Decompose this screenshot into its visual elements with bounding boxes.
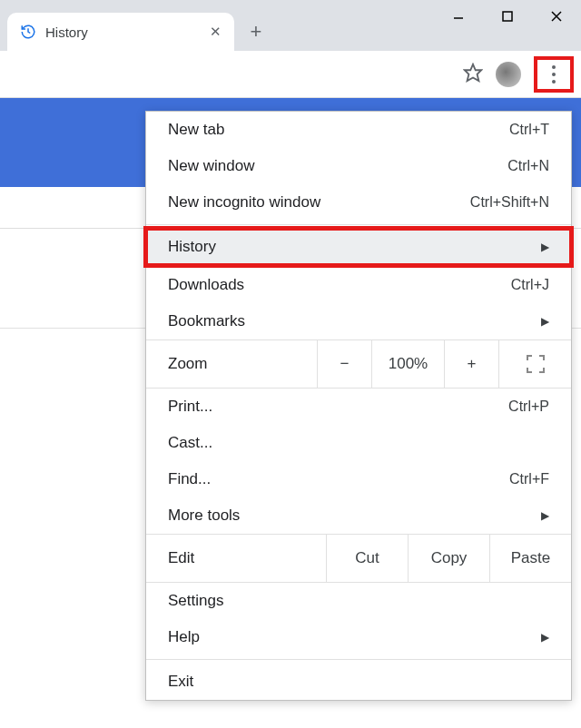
menu-item-find[interactable]: Find... Ctrl+F — [146, 461, 571, 497]
menu-item-help[interactable]: Help ▶ — [146, 619, 571, 655]
svg-marker-4 — [465, 64, 481, 80]
menu-label: Bookmarks — [168, 312, 541, 330]
menu-label: New incognito window — [168, 193, 470, 212]
menu-label: History — [168, 238, 541, 256]
menu-label: Settings — [168, 592, 549, 610]
chevron-right-icon: ▶ — [541, 509, 549, 522]
menu-shortcut: Ctrl+Shift+N — [470, 194, 549, 211]
window-controls — [434, 0, 581, 33]
zoom-out-button[interactable]: − — [317, 340, 371, 388]
menu-label: Cast... — [168, 434, 549, 452]
profile-avatar[interactable] — [496, 62, 521, 87]
menu-item-edit: Edit Cut Copy Paste — [146, 534, 571, 583]
menu-shortcut: Ctrl+N — [507, 158, 549, 174]
menu-item-new-incognito[interactable]: New incognito window Ctrl+Shift+N — [146, 184, 571, 221]
toolbar — [0, 51, 581, 98]
menu-label: New window — [168, 157, 507, 175]
new-tab-button[interactable]: + — [240, 15, 272, 48]
fullscreen-icon — [527, 355, 545, 373]
menu-label: Exit — [168, 673, 549, 691]
menu-label: More tools — [168, 507, 541, 525]
menu-label: Help — [168, 628, 541, 646]
menu-shortcut: Ctrl+J — [511, 277, 549, 293]
zoom-label: Zoom — [146, 355, 317, 373]
menu-separator — [146, 224, 571, 225]
menu-separator — [146, 659, 571, 660]
menu-button-highlight — [534, 56, 574, 93]
copy-button[interactable]: Copy — [408, 535, 489, 582]
titlebar: History ✕ + — [0, 0, 581, 51]
zoom-in-button[interactable]: + — [444, 340, 498, 388]
chevron-right-icon: ▶ — [541, 241, 549, 253]
tab-close-icon[interactable]: ✕ — [210, 24, 222, 40]
maximize-button[interactable] — [483, 0, 532, 33]
main-menu-dropdown: New tab Ctrl+T New window Ctrl+N New inc… — [145, 111, 572, 701]
cut-button[interactable]: Cut — [326, 535, 408, 582]
menu-label: New tab — [168, 121, 509, 139]
menu-button[interactable] — [537, 60, 570, 89]
chevron-right-icon: ▶ — [541, 315, 549, 328]
browser-tab[interactable]: History ✕ — [7, 13, 234, 51]
menu-item-zoom: Zoom − 100% + — [146, 339, 571, 389]
fullscreen-button[interactable] — [498, 340, 571, 388]
menu-item-more-tools[interactable]: More tools ▶ — [146, 497, 571, 534]
menu-shortcut: Ctrl+T — [509, 122, 549, 138]
menu-item-settings[interactable]: Settings — [146, 583, 571, 619]
paste-button[interactable]: Paste — [489, 535, 571, 582]
close-window-button[interactable] — [532, 0, 581, 33]
menu-label: Print... — [168, 398, 508, 416]
menu-item-print[interactable]: Print... Ctrl+P — [146, 389, 571, 425]
zoom-value: 100% — [371, 340, 444, 388]
menu-item-new-window[interactable]: New window Ctrl+N — [146, 148, 571, 184]
svg-rect-1 — [503, 12, 512, 21]
menu-shortcut: Ctrl+F — [509, 471, 549, 487]
menu-item-downloads[interactable]: Downloads Ctrl+J — [146, 267, 571, 303]
menu-label: Find... — [168, 470, 509, 488]
menu-item-new-tab[interactable]: New tab Ctrl+T — [146, 112, 571, 148]
menu-shortcut: Ctrl+P — [508, 398, 549, 415]
edit-label: Edit — [146, 549, 326, 567]
chevron-right-icon: ▶ — [541, 631, 549, 644]
menu-item-history[interactable]: History ▶ — [146, 229, 571, 265]
menu-item-cast[interactable]: Cast... — [146, 425, 571, 461]
menu-item-exit[interactable]: Exit — [146, 664, 571, 700]
menu-label: Downloads — [168, 276, 511, 294]
tab-title: History — [45, 25, 201, 40]
menu-item-bookmarks[interactable]: Bookmarks ▶ — [146, 303, 571, 339]
history-icon — [20, 24, 36, 40]
minimize-button[interactable] — [434, 0, 483, 33]
bookmark-star-icon[interactable] — [463, 63, 483, 86]
